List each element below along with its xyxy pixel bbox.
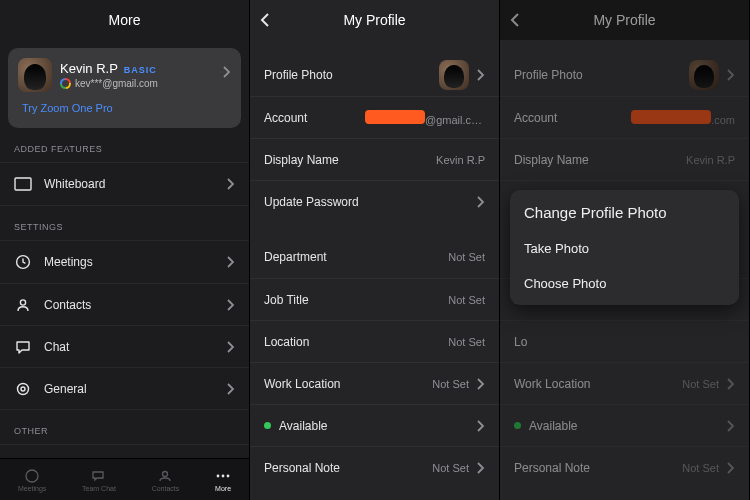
user-email: kev***@gmail.com	[75, 78, 158, 89]
clock-icon	[24, 468, 40, 484]
header: More	[0, 0, 249, 40]
avatar	[18, 58, 52, 92]
svg-point-4	[21, 387, 25, 391]
chevron-right-icon	[477, 420, 485, 432]
more-panel: More Kevin R.P BASIC kev***@gmail.com Tr…	[0, 0, 250, 500]
person-icon	[14, 296, 32, 314]
tab-contacts[interactable]: Contacts	[152, 468, 180, 492]
google-icon	[60, 78, 71, 89]
status-dot-icon	[514, 422, 521, 429]
row-whiteboard[interactable]: Whiteboard	[0, 163, 249, 205]
svg-point-2	[20, 299, 25, 304]
user-name: Kevin R.P	[60, 61, 118, 76]
change-photo-sheet: Change Profile Photo Take Photo Choose P…	[510, 190, 739, 305]
plan-badge: BASIC	[124, 65, 157, 75]
chevron-right-icon	[477, 378, 485, 390]
row-general[interactable]: General	[0, 367, 249, 409]
row-location[interactable]: LocationNot Set	[250, 320, 499, 362]
svg-point-10	[227, 474, 230, 477]
chevron-right-icon	[227, 178, 235, 190]
chevron-right-icon	[477, 69, 485, 81]
avatar	[689, 60, 719, 90]
avatar	[439, 60, 469, 90]
row-status[interactable]: Available	[250, 404, 499, 446]
take-photo-button[interactable]: Take Photo	[510, 231, 739, 266]
tab-team-chat[interactable]: Team Chat	[82, 468, 116, 492]
person-icon	[157, 468, 173, 484]
try-zoom-link[interactable]: Try Zoom One Pro	[18, 92, 231, 118]
row-update-password[interactable]: Update Password	[250, 180, 499, 222]
back-button[interactable]	[260, 12, 270, 28]
svg-point-8	[217, 474, 220, 477]
status-dot-icon	[264, 422, 271, 429]
row-meetings[interactable]: Meetings	[0, 241, 249, 283]
page-title: My Profile	[343, 12, 405, 28]
account-value: @gmail.com	[365, 110, 485, 126]
chevron-right-icon	[227, 383, 235, 395]
row-status: Available	[500, 404, 749, 446]
back-button[interactable]	[510, 12, 520, 28]
row-profile-photo: Profile Photo	[500, 54, 749, 96]
row-profile-photo[interactable]: Profile Photo	[250, 54, 499, 96]
page-title: My Profile	[593, 12, 655, 28]
choose-photo-button[interactable]: Choose Photo	[510, 266, 739, 301]
svg-point-6	[26, 470, 38, 482]
header: My Profile	[500, 0, 749, 40]
header: My Profile	[250, 0, 499, 40]
svg-point-3	[18, 383, 29, 394]
row-department[interactable]: DepartmentNot Set	[250, 236, 499, 278]
svg-point-7	[163, 471, 168, 476]
clock-icon	[14, 253, 32, 271]
tab-bar: Meetings Team Chat Contacts More	[0, 458, 249, 500]
tab-meetings[interactable]: Meetings	[18, 468, 46, 492]
row-account[interactable]: Account @gmail.com	[250, 96, 499, 138]
section-added: ADDED FEATURES	[0, 128, 249, 162]
profile-panel-sheet: My Profile Profile Photo Account.com Dis…	[500, 0, 750, 500]
row-chat[interactable]: Chat	[0, 325, 249, 367]
user-card[interactable]: Kevin R.P BASIC kev***@gmail.com Try Zoo…	[8, 48, 241, 128]
page-title: More	[109, 12, 141, 28]
row-job-title[interactable]: Job TitleNot Set	[250, 278, 499, 320]
section-settings: SETTINGS	[0, 206, 249, 240]
row-work-location: Work LocationNot Set	[500, 362, 749, 404]
section-other: OTHER	[0, 410, 249, 444]
row-account: Account.com	[500, 96, 749, 138]
tab-more[interactable]: More	[215, 468, 231, 492]
chevron-right-icon	[227, 256, 235, 268]
row-contacts[interactable]: Contacts	[0, 283, 249, 325]
sheet-title: Change Profile Photo	[510, 194, 739, 231]
gear-icon	[14, 380, 32, 398]
chevron-right-icon	[477, 462, 485, 474]
chevron-right-icon	[223, 66, 231, 78]
svg-point-9	[222, 474, 225, 477]
row-work-location[interactable]: Work LocationNot Set	[250, 362, 499, 404]
svg-rect-0	[15, 178, 31, 190]
chevron-right-icon	[227, 299, 235, 311]
chat-icon	[91, 468, 107, 484]
more-icon	[215, 468, 231, 484]
row-personal-note[interactable]: Personal NoteNot Set	[250, 446, 499, 488]
whiteboard-icon	[14, 175, 32, 193]
chevron-right-icon	[477, 196, 485, 208]
chevron-right-icon	[227, 341, 235, 353]
chat-icon	[14, 338, 32, 356]
profile-panel: My Profile Profile Photo Account @gmail.…	[250, 0, 500, 500]
row-personal-note: Personal NoteNot Set	[500, 446, 749, 488]
row-display-name[interactable]: Display Name Kevin R.P	[250, 138, 499, 180]
row-display-name: Display NameKevin R.P	[500, 138, 749, 180]
